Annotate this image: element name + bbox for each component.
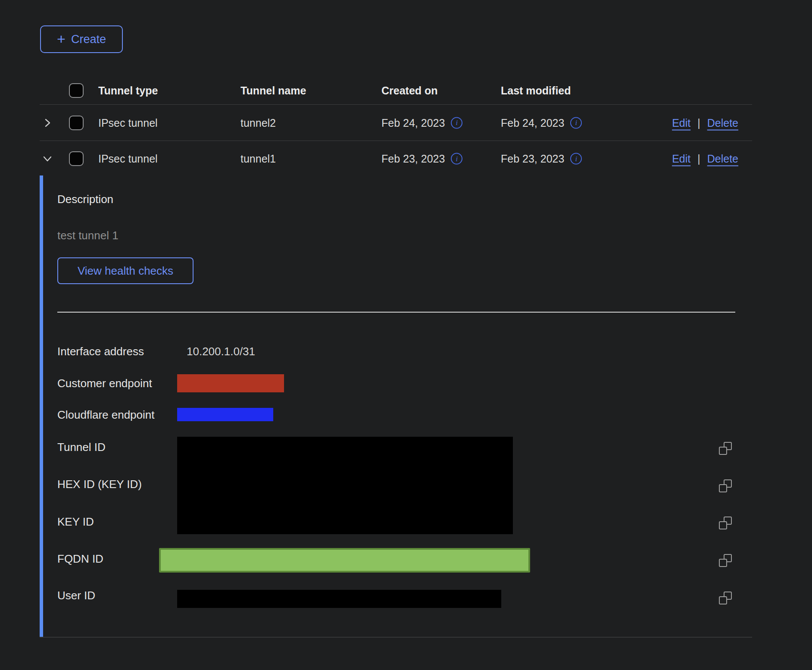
copy-icon[interactable] [719, 517, 732, 529]
redacted-fqdn-id [159, 548, 530, 573]
copy-icon[interactable] [719, 592, 732, 604]
created-on-cell: Feb 24, 2023 [381, 116, 445, 129]
plus-icon: + [57, 31, 66, 46]
view-health-checks-button[interactable]: View health checks [57, 257, 194, 284]
delete-link[interactable]: Delete [707, 153, 738, 165]
info-icon[interactable]: i [451, 117, 462, 128]
header-created-on: Created on [381, 84, 438, 97]
info-icon[interactable]: i [570, 117, 582, 128]
create-button-label: Create [71, 33, 106, 46]
expanded-row-accent-bar [40, 175, 43, 637]
copy-icon[interactable] [719, 479, 732, 492]
delete-link[interactable]: Delete [707, 116, 738, 129]
fqdn-id-label: FQDN ID [57, 552, 103, 565]
create-button[interactable]: + Create [40, 25, 123, 53]
redacted-cloudflare-endpoint [177, 408, 273, 421]
description-label: Description [57, 193, 113, 206]
copy-icon[interactable] [719, 554, 732, 567]
tunnel-type-cell: IPsec tunnel [98, 153, 158, 165]
last-modified-cell: Feb 23, 2023 [501, 153, 564, 165]
collapse-row-button[interactable] [42, 152, 55, 165]
user-id-label: User ID [57, 589, 95, 602]
panel-divider [57, 312, 735, 313]
info-icon[interactable]: i [570, 153, 582, 165]
interface-address-value: 10.200.1.0/31 [187, 345, 255, 358]
actions-separator: | [697, 153, 700, 165]
tunnel-table: Tunnel type Tunnel name Created on Last … [40, 76, 752, 176]
copy-icon[interactable] [719, 442, 732, 455]
header-tunnel-name: Tunnel name [240, 84, 306, 97]
table-row: IPsec tunnel tunnel2 Feb 24, 2023 i Feb … [40, 105, 752, 141]
redacted-ids-block [177, 437, 513, 534]
expand-row-button[interactable] [42, 116, 55, 129]
table-row: IPsec tunnel tunnel1 Feb 23, 2023 i Feb … [40, 141, 752, 176]
select-all-checkbox[interactable] [69, 83, 84, 98]
tunnel-type-cell: IPsec tunnel [98, 116, 158, 129]
redacted-user-id [177, 590, 501, 608]
tunnel-name-cell: tunnel1 [240, 153, 276, 165]
row-checkbox[interactable] [69, 116, 84, 130]
chevron-down-icon [42, 153, 53, 164]
tunnel-id-label: Tunnel ID [57, 441, 106, 454]
header-tunnel-type: Tunnel type [98, 84, 158, 97]
tunnel-name-cell: tunnel2 [240, 116, 276, 129]
chevron-right-icon [42, 118, 53, 128]
customer-endpoint-label: Customer endpoint [57, 377, 152, 390]
info-icon[interactable]: i [451, 153, 462, 165]
edit-link[interactable]: Edit [672, 116, 690, 129]
view-health-checks-label: View health checks [78, 264, 173, 278]
created-on-cell: Feb 23, 2023 [381, 153, 445, 165]
key-id-label: KEY ID [57, 515, 94, 528]
row-checkbox[interactable] [69, 151, 84, 166]
table-bottom-divider [40, 637, 752, 638]
table-header-row: Tunnel type Tunnel name Created on Last … [40, 76, 752, 105]
redacted-customer-endpoint [177, 374, 284, 392]
interface-address-label: Interface address [57, 345, 144, 358]
description-value: test tunnel 1 [57, 229, 119, 242]
tunnels-page: + Create Tunnel type Tunnel name Created… [0, 0, 812, 670]
actions-separator: | [697, 116, 700, 129]
hex-id-label: HEX ID (KEY ID) [57, 478, 142, 491]
edit-link[interactable]: Edit [672, 153, 690, 165]
cloudflare-endpoint-label: Cloudflare endpoint [57, 408, 155, 421]
header-last-modified: Last modified [501, 84, 571, 97]
last-modified-cell: Feb 24, 2023 [501, 116, 564, 129]
